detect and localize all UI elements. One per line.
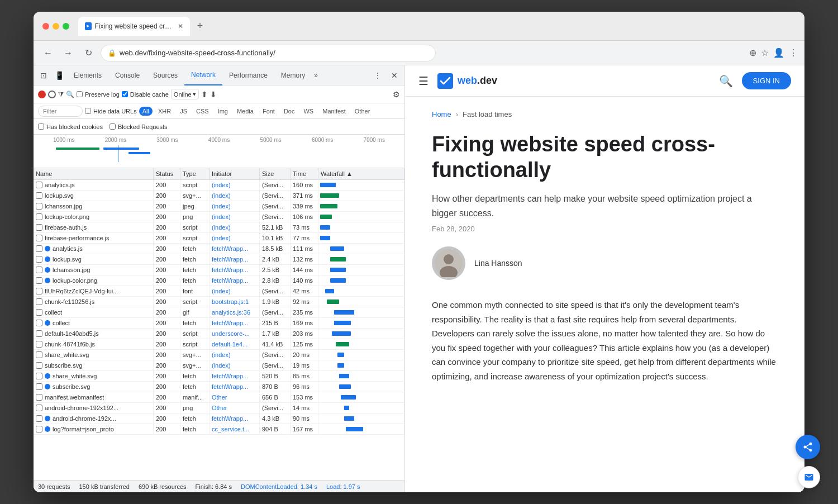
table-row[interactable]: collect 200 gif analytics.js:36 (Servi..… bbox=[34, 307, 404, 318]
filter-manifest[interactable]: Manifest bbox=[319, 107, 349, 116]
hamburger-icon[interactable]: ☰ bbox=[418, 74, 428, 88]
table-row[interactable]: analytics.js 200 script (index) (Servi..… bbox=[34, 180, 404, 191]
reload-button[interactable]: ↻ bbox=[80, 45, 96, 61]
table-row[interactable]: firebase-performance.js 200 script (inde… bbox=[34, 233, 404, 244]
td-waterfall bbox=[318, 287, 404, 296]
share-fab[interactable] bbox=[796, 435, 804, 459]
devtools-device-icon[interactable]: 📱 bbox=[51, 68, 67, 83]
td-initiator: fetchWrapp... bbox=[210, 244, 260, 254]
filter-input[interactable] bbox=[38, 106, 83, 117]
new-tab-button[interactable]: + bbox=[192, 18, 208, 34]
devtools-select-icon[interactable]: ⊡ bbox=[36, 68, 51, 83]
sign-in-button[interactable]: SIGN IN bbox=[742, 72, 791, 89]
stop-button[interactable] bbox=[48, 91, 56, 98]
fullscreen-button[interactable] bbox=[63, 23, 69, 30]
table-row[interactable]: lockup.svg 200 fetch fetchWrapp... 2.4 k… bbox=[34, 254, 404, 265]
table-row[interactable]: lchansson.jpg 200 jpeg (index) (Servi...… bbox=[34, 201, 404, 212]
table-row[interactable]: chunk-fc110256.js 200 script bootstrap.j… bbox=[34, 297, 404, 307]
tab-sources[interactable]: Sources bbox=[146, 65, 184, 85]
record-button[interactable] bbox=[38, 91, 46, 98]
filter-media[interactable]: Media bbox=[234, 107, 257, 116]
filter-js[interactable]: JS bbox=[177, 107, 191, 116]
extensions-icon[interactable]: ⊕ bbox=[749, 47, 756, 58]
devtools-close-icon[interactable]: ✕ bbox=[387, 68, 402, 83]
table-row[interactable]: analytics.js 200 fetch fetchWrapp... 18.… bbox=[34, 244, 404, 254]
td-waterfall bbox=[318, 244, 404, 253]
filter-doc[interactable]: Doc bbox=[280, 107, 298, 116]
menu-icon[interactable]: ⋮ bbox=[789, 47, 798, 58]
tab-performance[interactable]: Performance bbox=[222, 65, 274, 85]
filter-ws[interactable]: WS bbox=[300, 107, 317, 116]
td-time: 14 ms bbox=[291, 403, 318, 413]
table-row[interactable]: manifest.webmanifest 200 manif... Other … bbox=[34, 392, 404, 403]
hide-data-urls-checkbox[interactable]: Hide data URLs bbox=[85, 108, 137, 115]
search-icon[interactable]: 🔍 bbox=[66, 91, 74, 98]
table-row[interactable]: flUhRq6tzZclQEJ-Vdg-lui... 200 font (ind… bbox=[34, 286, 404, 297]
td-type: gif bbox=[180, 307, 210, 317]
td-status: 200 bbox=[154, 254, 180, 264]
back-button[interactable]: ← bbox=[40, 45, 56, 61]
close-button[interactable] bbox=[42, 23, 49, 30]
browser-window: ► Fixing website speed cross-fu... ✕ + ←… bbox=[34, 12, 804, 492]
tab-elements[interactable]: Elements bbox=[67, 65, 108, 85]
table-row[interactable]: android-chrome-192x... 200 fetch fetchWr… bbox=[34, 413, 404, 424]
td-time: 19 ms bbox=[291, 360, 318, 370]
web-search-icon[interactable]: 🔍 bbox=[719, 74, 733, 88]
export-icon[interactable]: ⬇ bbox=[210, 90, 217, 99]
table-row[interactable]: lockup-color.png 200 fetch fetchWrapp...… bbox=[34, 275, 404, 286]
bookmark-icon[interactable]: ☆ bbox=[761, 47, 769, 58]
td-time: 153 ms bbox=[291, 392, 318, 402]
table-row[interactable]: share_white.svg 200 fetch fetchWrapp... … bbox=[34, 371, 404, 382]
table-row[interactable]: default-1e40abd5.js 200 script underscor… bbox=[34, 329, 404, 339]
td-initiator: (index) bbox=[210, 212, 260, 222]
filter-all[interactable]: All bbox=[139, 107, 153, 116]
devtools-actions: ⋮ ✕ bbox=[370, 68, 402, 83]
tab-console[interactable]: Console bbox=[108, 65, 146, 85]
filter-img[interactable]: Img bbox=[215, 107, 231, 116]
filter-icon[interactable]: ⧩ bbox=[58, 91, 64, 98]
td-waterfall bbox=[318, 180, 404, 189]
main-area: ⊡ 📱 Elements Console Sources Network Per… bbox=[34, 65, 804, 492]
td-status: 200 bbox=[154, 318, 180, 328]
tab-more-icon[interactable]: » bbox=[312, 72, 320, 79]
minimize-button[interactable] bbox=[53, 23, 59, 30]
forward-button[interactable]: → bbox=[60, 45, 76, 61]
td-size: 904 B bbox=[260, 424, 291, 434]
active-tab[interactable]: ► Fixing website speed cross-fu... ✕ bbox=[78, 17, 190, 36]
table-row[interactable]: subscribe.svg 200 svg+... (index) (Servi… bbox=[34, 360, 404, 371]
table-row[interactable]: lockup.svg 200 svg+... (index) (Servi...… bbox=[34, 191, 404, 201]
preserve-log-checkbox[interactable]: Preserve log bbox=[77, 91, 120, 98]
filter-font[interactable]: Font bbox=[259, 107, 278, 116]
address-field[interactable]: 🔒 web.dev/fixing-website-speed-cross-fun… bbox=[101, 45, 436, 61]
table-row[interactable]: lockup-color.png 200 png (index) (Servi.… bbox=[34, 212, 404, 222]
table-row[interactable]: share_white.svg 200 svg+... (index) (Ser… bbox=[34, 350, 404, 360]
tab-network[interactable]: Network bbox=[184, 65, 222, 85]
timeline-cursor[interactable] bbox=[118, 145, 118, 162]
import-icon[interactable]: ⬆ bbox=[201, 90, 208, 99]
tab-memory[interactable]: Memory bbox=[274, 65, 312, 85]
table-row[interactable]: subscribe.svg 200 fetch fetchWrapp... 87… bbox=[34, 382, 404, 392]
email-fab[interactable] bbox=[798, 466, 804, 488]
throttle-dropdown[interactable]: Online ▾ bbox=[171, 89, 199, 99]
td-status: 200 bbox=[154, 392, 180, 402]
has-blocked-cookies-checkbox[interactable]: Has blocked cookies bbox=[38, 123, 103, 130]
settings-icon[interactable]: ⚙ bbox=[393, 90, 400, 99]
td-status: 200 bbox=[154, 413, 180, 424]
filter-xhr[interactable]: XHR bbox=[155, 107, 174, 116]
devtools-more-icon[interactable]: ⋮ bbox=[370, 68, 385, 83]
filter-css[interactable]: CSS bbox=[193, 107, 212, 116]
tab-close-button[interactable]: ✕ bbox=[178, 22, 183, 30]
table-row[interactable]: firebase-auth.js 200 script (index) 52.1… bbox=[34, 222, 404, 233]
blocked-requests-checkbox[interactable]: Blocked Requests bbox=[109, 123, 168, 130]
table-row[interactable]: chunk-48741f6b.js 200 script default-1e4… bbox=[34, 339, 404, 350]
table-row[interactable]: android-chrome-192x192... 200 png Other … bbox=[34, 403, 404, 413]
disable-cache-checkbox[interactable]: Disable cache bbox=[122, 91, 169, 98]
table-row[interactable]: lchansson.jpg 200 fetch fetchWrapp... 2.… bbox=[34, 265, 404, 275]
table-row[interactable]: log?format=json_proto 200 fetch cc_servi… bbox=[34, 424, 404, 435]
profile-icon[interactable]: 👤 bbox=[773, 47, 784, 58]
breadcrumb-home[interactable]: Home bbox=[432, 110, 451, 118]
td-initiator: fetchWrapp... bbox=[210, 275, 260, 286]
table-row[interactable]: collect 200 fetch fetchWrapp... 215 B 16… bbox=[34, 318, 404, 329]
filter-other[interactable]: Other bbox=[351, 107, 374, 116]
network-table[interactable]: Name Status Type Initiator Size Time Wat… bbox=[34, 168, 404, 480]
